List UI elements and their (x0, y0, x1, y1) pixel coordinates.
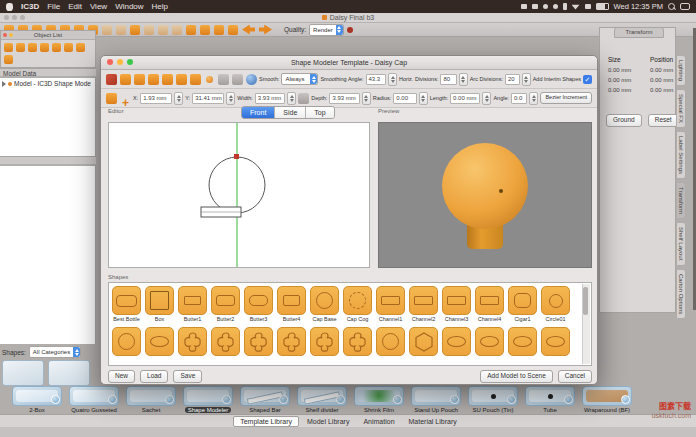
shape-thumbnail[interactable] (541, 327, 570, 356)
template-item[interactable]: SU Pouch (Tin) (466, 386, 520, 414)
shape-thumbnail[interactable] (310, 286, 339, 315)
scale-icon[interactable] (102, 25, 112, 35)
shape-thumbnail[interactable] (145, 286, 174, 315)
rect-tool-icon[interactable] (190, 74, 201, 85)
library-tab[interactable]: Model Library (301, 417, 355, 426)
template-item[interactable]: Wraparound (BF) (580, 386, 634, 414)
pen-tool-icon[interactable] (218, 74, 229, 85)
shape-fill-icon[interactable] (106, 93, 117, 104)
zoom-window-icon[interactable] (127, 59, 133, 65)
shape-thumbnail[interactable] (475, 327, 504, 356)
boolean-icon[interactable] (130, 25, 140, 35)
control-center-icon[interactable] (680, 3, 690, 10)
shape-thumbnail[interactable] (376, 327, 405, 356)
template-item[interactable]: Shaped Bar (238, 386, 292, 414)
volume-icon[interactable] (532, 4, 538, 9)
template-item[interactable]: Shelf divider (295, 386, 349, 414)
side-tab[interactable]: Carton Options (676, 269, 686, 319)
shape-thumbnail[interactable] (178, 327, 207, 356)
shape-thumbnail[interactable] (145, 327, 174, 356)
shape-thumbnail[interactable] (343, 286, 372, 315)
menubar-clock[interactable]: Wed 12:35 PM (614, 2, 663, 11)
side-tab[interactable]: Special FX (676, 89, 686, 128)
ground-button[interactable]: Ground (606, 114, 642, 127)
node-edit-icon[interactable] (148, 74, 159, 85)
size-value[interactable]: 0.00 mm (608, 77, 636, 83)
folder-icon[interactable] (76, 43, 85, 52)
bezier-increment-button[interactable]: Bezier Increment (540, 92, 592, 104)
star-icon[interactable] (172, 25, 182, 35)
side-tab[interactable]: Lighting (676, 55, 686, 86)
stepper[interactable] (459, 73, 468, 86)
horiz-divisions-field[interactable]: 80 (440, 74, 456, 85)
shape-thumbnail[interactable] (244, 286, 273, 315)
align-icon[interactable] (158, 25, 168, 35)
view-tab[interactable]: Side (275, 107, 306, 118)
smooth-select[interactable]: Always (281, 73, 318, 85)
redo-icon[interactable] (259, 25, 272, 35)
object-list-window-controls[interactable] (3, 33, 13, 37)
quality-select[interactable]: Render (309, 24, 344, 36)
window-controls[interactable] (4, 15, 25, 20)
bluetooth-icon[interactable] (563, 3, 567, 10)
side-tab[interactable]: Label Settings (676, 131, 686, 179)
object-tool-icon[interactable] (52, 43, 61, 52)
shape-thumbnail[interactable] (409, 327, 438, 356)
text-icon[interactable] (186, 25, 196, 35)
object-tool-icon[interactable] (64, 43, 73, 52)
record-icon[interactable] (347, 27, 353, 33)
save-button[interactable]: Save (173, 370, 202, 383)
shapes-scrollbar[interactable] (582, 284, 590, 364)
shape-thumbnail[interactable] (442, 327, 471, 356)
shape-thumbnail[interactable] (112, 327, 141, 356)
position-value[interactable]: 0.00 mm (650, 77, 678, 83)
mirror-icon[interactable] (144, 25, 154, 35)
arc-divisions-field[interactable]: 20 (505, 74, 520, 85)
side-tab[interactable]: Shelf Layout (676, 222, 686, 265)
preview-canvas[interactable] (378, 122, 592, 268)
radius-field[interactable]: 0.00 (393, 93, 416, 104)
battery-icon[interactable] (596, 3, 609, 10)
undo-icon[interactable] (242, 25, 255, 35)
stepper[interactable] (522, 73, 531, 86)
object-tool-icon[interactable] (4, 43, 13, 52)
library-tab[interactable]: Material Library (403, 417, 463, 426)
depth-field[interactable]: 3.93 mm (329, 93, 359, 104)
size-value[interactable]: 0.00 mm (608, 67, 636, 73)
new-button[interactable]: New (108, 370, 135, 383)
editor-canvas[interactable] (108, 122, 370, 268)
shape-thumbnail[interactable] (211, 327, 240, 356)
pencil-icon[interactable] (298, 93, 309, 104)
display-icon[interactable] (521, 4, 527, 9)
stepper[interactable] (362, 92, 371, 105)
template-item[interactable]: Stand Up Pouch (409, 386, 463, 414)
select-arrow-icon[interactable] (106, 74, 117, 85)
shape-thumbnail[interactable] (112, 286, 141, 315)
shape-thumbnail[interactable] (541, 286, 570, 315)
shape-thumbnail[interactable] (508, 327, 537, 356)
magnet-icon[interactable] (162, 74, 173, 85)
left-library-thumbnail[interactable] (48, 360, 90, 386)
template-item[interactable]: Shrink Film (352, 386, 406, 414)
template-item[interactable]: Tube (523, 386, 577, 414)
shape-thumbnail[interactable] (211, 286, 240, 315)
load-button[interactable]: Load (140, 370, 168, 383)
add-interim-checkbox[interactable] (583, 75, 592, 84)
minimize-icon[interactable] (117, 59, 123, 65)
stepper[interactable] (287, 92, 296, 105)
shape-thumbnail[interactable] (310, 327, 339, 356)
object-tool-icon[interactable] (28, 43, 37, 52)
stepper[interactable] (419, 92, 428, 105)
dropbox-icon[interactable] (543, 4, 548, 9)
shape-thumbnail[interactable] (343, 327, 372, 356)
stepper[interactable] (174, 92, 183, 105)
transform-panel-tab[interactable]: Transform (614, 27, 664, 38)
camera-icon[interactable] (228, 25, 238, 35)
template-item[interactable]: Quatro Gusseted (67, 386, 121, 414)
size-value[interactable]: 0.00 mm (608, 87, 636, 93)
time-machine-icon[interactable] (553, 4, 558, 9)
close-icon[interactable] (107, 59, 113, 65)
sphere-preview-icon[interactable] (246, 74, 257, 85)
dialog-window-controls[interactable] (107, 59, 133, 65)
stepper[interactable] (529, 92, 538, 105)
